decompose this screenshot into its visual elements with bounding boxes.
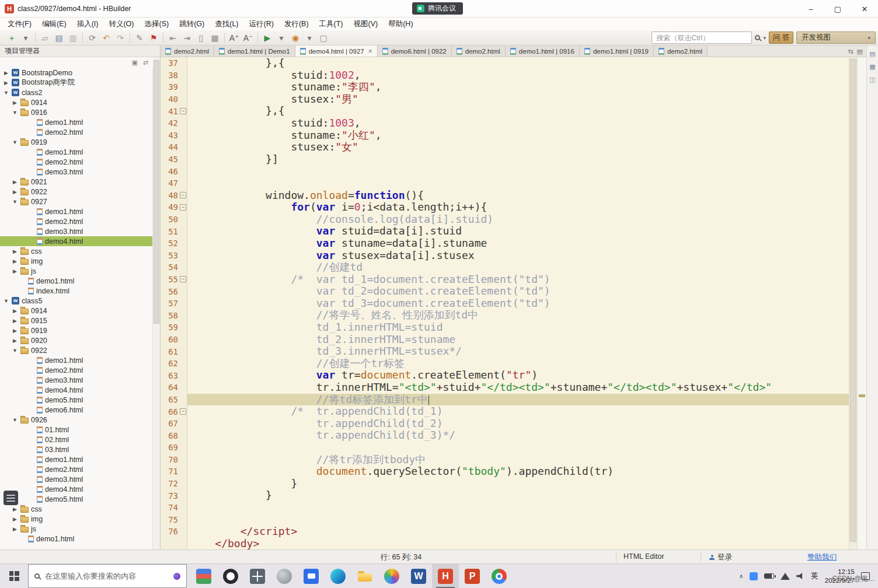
expand-arrow-icon[interactable]: ▶ bbox=[12, 526, 18, 532]
expand-arrow-icon[interactable]: ▶ bbox=[3, 80, 9, 86]
tab-6[interactable]: demo1.html | 0916 bbox=[506, 46, 580, 57]
code-line-40[interactable]: 40 stusex:"男" bbox=[161, 93, 849, 106]
code-line-67[interactable]: 67 tr.appendChild(td_2) bbox=[161, 418, 849, 430]
menu-item-插入(I)[interactable]: 插入(I) bbox=[72, 18, 104, 30]
tree-item-demo4.html[interactable]: demo4.html bbox=[0, 385, 152, 395]
editor-scrollbar[interactable] bbox=[849, 57, 857, 550]
start-button[interactable] bbox=[0, 564, 28, 588]
code-line-39[interactable]: 39 stuname:"李四", bbox=[161, 81, 849, 93]
tree-item-css[interactable]: ▶css bbox=[0, 504, 152, 514]
tab-list-icon[interactable]: ▤ bbox=[857, 48, 863, 55]
tab-4[interactable]: demo6.html | 0922 bbox=[378, 46, 452, 57]
grid-view-icon[interactable]: ▦ bbox=[208, 31, 222, 45]
code-editor[interactable]: 37 },{38 stuid:1002,39 stuname:"李四",40 s… bbox=[161, 57, 849, 550]
code-line-47[interactable]: 47 bbox=[161, 177, 849, 190]
font-decrease-icon[interactable]: A⁻ bbox=[241, 31, 255, 45]
tree-item-demo1.html[interactable]: demo1.html bbox=[0, 454, 152, 464]
expand-arrow-icon[interactable]: ▶ bbox=[12, 268, 18, 274]
search-icon[interactable] bbox=[755, 35, 760, 40]
code-line-70[interactable]: 70 //将tr添加到tbody中 bbox=[161, 454, 849, 466]
menu-item-运行(R)[interactable]: 运行(R) bbox=[244, 18, 279, 30]
edge-icon[interactable] bbox=[325, 564, 351, 588]
tree-item-class5[interactable]: ▼Wclass5 bbox=[0, 296, 152, 306]
tencent-meeting-icon[interactable] bbox=[298, 564, 325, 588]
new-file-icon[interactable]: ＋ bbox=[5, 31, 19, 45]
battery-icon[interactable] bbox=[764, 573, 774, 579]
search-input[interactable] bbox=[651, 32, 752, 44]
panes-app-icon[interactable] bbox=[244, 564, 271, 588]
code-line-52[interactable]: 52 var stuname=data[i].stuname bbox=[161, 237, 849, 250]
collapse-arrow-icon[interactable]: ▼ bbox=[3, 298, 9, 304]
outline-panel-icon[interactable]: ▤ bbox=[869, 50, 875, 58]
code-line-50[interactable]: 50 //console.log(data[i].stuid) bbox=[161, 214, 849, 226]
code-line-43[interactable]: 43 stuname:"小红", bbox=[161, 130, 849, 142]
tree-item-demo3.html[interactable]: demo3.html bbox=[0, 474, 152, 484]
code-line-73[interactable]: 73 } bbox=[161, 489, 849, 502]
code-line-59[interactable]: 59 td_1.innerHTML=stuid bbox=[161, 321, 849, 334]
editor-mode[interactable]: HTML Editor bbox=[623, 552, 664, 561]
snippet-panel-icon[interactable]: ◫ bbox=[869, 76, 875, 83]
expand-arrow-icon[interactable]: ▶ bbox=[12, 516, 18, 522]
tree-scrollbar[interactable] bbox=[153, 57, 161, 550]
code-line-68[interactable]: 68 tr.appendChild(td_3)*/ bbox=[161, 429, 849, 442]
volume-icon[interactable] bbox=[796, 573, 804, 580]
tree-scrollbar-thumb[interactable] bbox=[154, 60, 159, 324]
floating-widget[interactable] bbox=[4, 491, 18, 505]
network-icon[interactable] bbox=[781, 573, 790, 580]
browser-run-icon[interactable]: ◉ bbox=[288, 31, 302, 45]
tree-item-0916[interactable]: ▼0916 bbox=[0, 107, 152, 117]
tree-item-0922[interactable]: ▶0922 bbox=[0, 187, 152, 197]
tree-item-demo2.html[interactable]: demo2.html bbox=[0, 464, 152, 474]
code-line-76[interactable]: 76 </script> bbox=[161, 526, 849, 538]
tree-item-demo5.html[interactable]: demo5.html bbox=[0, 395, 152, 405]
tree-item-0927[interactable]: ▼0927 bbox=[0, 197, 152, 206]
code-line-56[interactable]: 56 var td_2=document.createElement("td") bbox=[161, 285, 849, 298]
link-editor-icon[interactable]: ⇄ bbox=[143, 59, 148, 66]
code-line-63[interactable]: 63 var tr=document.createElement("tr") bbox=[161, 369, 849, 382]
menu-item-帮助(H)[interactable]: 帮助(H) bbox=[383, 18, 418, 30]
tray-expand-icon[interactable]: ∧ bbox=[739, 573, 743, 579]
code-line-72[interactable]: 72 } bbox=[161, 478, 849, 490]
tree-item-demo3.html[interactable]: demo3.html bbox=[0, 226, 152, 236]
run-icon[interactable]: ▶ bbox=[260, 31, 274, 45]
collapse-arrow-icon[interactable]: ▼ bbox=[12, 199, 18, 205]
edit-column-icon[interactable]: ▯ bbox=[194, 31, 208, 45]
fold-marker-icon[interactable]: − bbox=[180, 192, 186, 198]
expand-arrow-icon[interactable]: ▶ bbox=[12, 249, 18, 254]
collapse-arrow-icon[interactable]: ▼ bbox=[12, 417, 18, 423]
expand-arrow-icon[interactable]: ▶ bbox=[12, 308, 18, 314]
tree-item-css[interactable]: ▶css bbox=[0, 246, 152, 256]
tree-item-BootstrapDemo[interactable]: ▶WBootstrapDemo bbox=[0, 68, 152, 78]
fold-marker-icon[interactable]: − bbox=[180, 408, 186, 415]
powerpoint-icon[interactable]: P bbox=[459, 564, 486, 588]
code-line-57[interactable]: 57 var td_3=document.createElement("td") bbox=[161, 298, 849, 310]
tree-item-demo1.html[interactable]: demo1.html bbox=[0, 355, 152, 365]
code-line-46[interactable]: 46 bbox=[161, 165, 849, 177]
menu-item-视图(V)[interactable]: 视图(V) bbox=[349, 18, 384, 30]
preview-icon[interactable]: ▢ bbox=[316, 31, 330, 45]
close-button[interactable]: ✕ bbox=[851, 0, 878, 18]
code-line-48[interactable]: 48− window.onload=function(){ bbox=[161, 190, 849, 202]
close-tab-icon[interactable]: × bbox=[368, 47, 372, 55]
menu-item-编辑(E)[interactable]: 编辑(E) bbox=[37, 18, 72, 30]
color-app-icon[interactable] bbox=[378, 564, 405, 588]
tree-item-demo4.html[interactable]: demo4.html bbox=[0, 484, 152, 494]
nav-forward-icon[interactable]: ⇥ bbox=[180, 31, 194, 45]
ring-app-icon[interactable] bbox=[217, 564, 244, 588]
tree-item-js[interactable]: ▶js bbox=[0, 266, 152, 276]
code-line-61[interactable]: 61 td_3.innerHTML=stusex*/ bbox=[161, 345, 849, 358]
collapse-arrow-icon[interactable]: ▼ bbox=[12, 110, 18, 116]
input-language[interactable]: 英 bbox=[811, 571, 818, 581]
tree-item-demo1.html[interactable]: demo1.html bbox=[0, 534, 152, 544]
code-line-49[interactable]: 49− for(var i=0;i<data.length;i++){ bbox=[161, 201, 849, 214]
code-line-51[interactable]: 51 var stuid=data[i].stuid bbox=[161, 225, 849, 237]
tree-item-0914[interactable]: ▶0914 bbox=[0, 97, 152, 107]
maximize-button[interactable]: ▢ bbox=[824, 0, 851, 18]
fold-marker-icon[interactable]: − bbox=[180, 108, 186, 114]
bookmark-icon[interactable]: ⚑ bbox=[147, 31, 161, 45]
code-line-65[interactable]: 65 //将td标签添加到tr中 bbox=[161, 394, 849, 406]
tab-scroll-icon[interactable]: ⇆ bbox=[848, 48, 853, 55]
code-line-60[interactable]: 60 td_2.innerHTML=stuname bbox=[161, 334, 849, 346]
search-dropdown-icon[interactable]: ▾ bbox=[763, 35, 766, 41]
tree-item-class2[interactable]: ▼Wclass2 bbox=[0, 88, 152, 97]
